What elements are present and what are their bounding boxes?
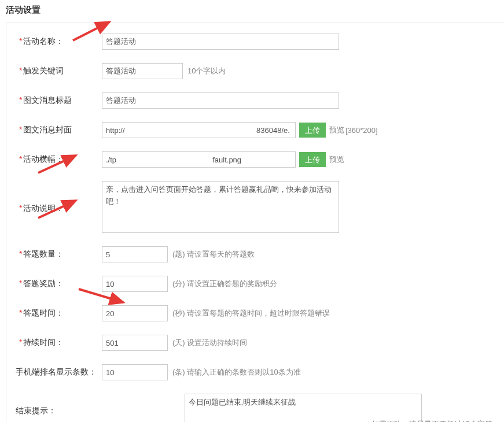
hint-cover-dim: [360*200] [345,126,378,135]
mobile-rank-input[interactable] [102,364,168,380]
row-answer-time: *答题时间： (秒) 请设置每题的答题时间，超过时限答题错误 [6,305,504,321]
label-graphic-cover: *图文消息封面 [6,122,102,135]
label-description: *活动说明： [6,201,102,214]
label-banner: *活动横幅： [6,151,102,165]
form-container: *活动名称： *触发关键词 10个字以内 *图文消息标题 *图文消息封面 上传 … [6,23,504,422]
hint-trigger-keyword: 10个字以内 [187,66,226,76]
hint-reward: (分) 请设置正确答题的奖励积分 [172,279,277,289]
trigger-keyword-input[interactable] [102,63,183,79]
duration-input[interactable] [102,335,168,351]
row-trigger-keyword: *触发关键词 10个字以内 [6,63,504,79]
row-reward: *答题奖励： (分) 请设置正确答题的奖励积分 [6,276,504,292]
upload-banner-button[interactable]: 上传 [299,152,326,167]
label-activity-name: *活动名称： [6,34,102,47]
row-banner: *活动横幅： 上传 预览 [6,151,504,168]
row-duration: *持续时间： (天) 设置活动持续时间 [6,335,504,351]
row-mobile-rank: 手机端排名显示条数： (条) 请输入正确的条数否则以10条为准 [6,364,504,380]
hint-answer-time: (秒) 请设置每题的答题时间，超过时限答题错误 [172,308,330,319]
reward-input[interactable] [102,276,168,292]
banner-input[interactable] [102,151,296,168]
label-answer-time: *答题时间： [6,305,102,319]
page-title: 活动设置 [0,0,504,23]
description-textarea[interactable] [102,181,339,233]
label-trigger-keyword: *触发关键词 [6,63,102,76]
hint-question-count: (题) 请设置每天的答题数 [172,249,255,260]
end-prompt-textarea[interactable] [185,394,422,422]
row-description: *活动说明： [6,181,504,233]
row-graphic-cover: *图文消息封面 上传 预览 [360*200] [6,122,504,138]
label-graphic-title: *图文消息标题 [6,92,102,106]
row-graphic-title: *图文消息标题 [6,92,504,109]
row-question-count: *答题数量： (题) 请设置每天的答题数 [6,246,504,262]
upload-cover-button[interactable]: 上传 [299,123,326,138]
label-end-prompt: 结束提示： [6,403,102,416]
hint-end-prompt: 如需更改，请尽量不要超过15个字符 [371,419,492,422]
graphic-title-input[interactable] [102,92,339,109]
label-question-count: *答题数量： [6,246,102,260]
preview-cover-link[interactable]: 预览 [329,125,344,135]
graphic-cover-input[interactable] [102,122,296,138]
preview-banner-link[interactable]: 预览 [329,154,344,165]
answer-time-input[interactable] [102,305,168,321]
label-duration: *持续时间： [6,335,102,348]
hint-duration: (天) 设置活动持续时间 [172,338,247,348]
row-activity-name: *活动名称： [6,34,504,50]
row-end-prompt: 结束提示： 如需更改，请尽量不要超过15个字符 [6,394,504,422]
question-count-input[interactable] [102,246,168,262]
hint-mobile-rank: (条) 请输入正确的条数否则以10条为准 [172,367,301,377]
label-reward: *答题奖励： [6,276,102,289]
label-mobile-rank: 手机端排名显示条数： [6,364,102,377]
activity-name-input[interactable] [102,34,339,50]
